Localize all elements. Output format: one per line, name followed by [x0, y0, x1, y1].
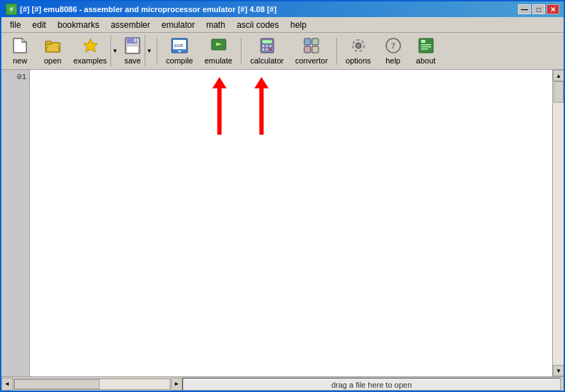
- save-icon: [124, 37, 141, 54]
- svg-rect-33: [421, 40, 425, 43]
- svg-rect-2: [46, 41, 51, 44]
- svg-rect-23: [269, 48, 271, 51]
- arrow-head: [212, 77, 227, 88]
- svg-rect-35: [421, 46, 431, 48]
- editor-area[interactable]: [30, 70, 552, 376]
- emulate-label: emulate: [204, 56, 232, 65]
- svg-rect-17: [262, 40, 272, 43]
- toolbar: new open examples: [1, 33, 564, 70]
- svg-rect-18: [262, 45, 264, 47]
- options-icon: [350, 37, 367, 54]
- scroll-up-button[interactable]: ▲: [553, 70, 564, 81]
- save-dropdown-arrow[interactable]: ▼: [145, 35, 153, 67]
- h-scrollbar-thumb[interactable]: [14, 379, 100, 389]
- menu-assembler[interactable]: assembler: [105, 19, 155, 31]
- menu-math[interactable]: math: [200, 19, 231, 31]
- app-icon: #: [6, 4, 17, 15]
- calculator-button[interactable]: calculator: [245, 35, 289, 68]
- svg-rect-26: [304, 46, 311, 53]
- help-button[interactable]: ? help: [378, 35, 409, 68]
- menu-edit[interactable]: edit: [26, 19, 51, 31]
- compile-button[interactable]: asm compile: [161, 35, 198, 68]
- menu-ascii-codes[interactable]: ascii codes: [231, 19, 284, 31]
- separator-1: [157, 38, 157, 65]
- svg-point-28: [356, 43, 361, 48]
- new-label: new: [13, 56, 27, 65]
- arrow-head-2: [254, 77, 269, 88]
- title-bar-left: # [#] [#] emu8086 - assembler and microp…: [6, 4, 276, 15]
- open-icon: [44, 37, 61, 54]
- options-button[interactable]: options: [341, 35, 375, 68]
- open-button[interactable]: open: [37, 35, 68, 68]
- convertor-icon: [303, 37, 320, 54]
- svg-text:asm: asm: [174, 43, 183, 48]
- convertor-button[interactable]: convertor: [290, 35, 333, 68]
- separator-2: [241, 38, 242, 65]
- close-button[interactable]: ✕: [546, 4, 559, 14]
- content-area: 01 ▲ ▼: [1, 70, 564, 376]
- minimize-button[interactable]: —: [518, 4, 531, 14]
- status-bar: ◄ ► drag a file here to open: [1, 376, 564, 391]
- examples-label: examples: [73, 56, 107, 65]
- menu-bar: file edit bookmarks assembler emulator m…: [1, 17, 564, 33]
- examples-button[interactable]: examples: [70, 35, 110, 67]
- arrow-shaft-2: [259, 88, 264, 135]
- new-button[interactable]: new: [4, 35, 36, 68]
- help-icon: ?: [385, 37, 402, 54]
- about-icon: [418, 37, 435, 54]
- right-scrollbar: ▲ ▼: [552, 70, 564, 376]
- save-button[interactable]: save: [120, 35, 145, 67]
- svg-rect-21: [262, 48, 264, 51]
- calculator-label: calculator: [250, 56, 284, 65]
- svg-rect-24: [304, 38, 311, 45]
- main-window: # [#] [#] emu8086 - assembler and microp…: [0, 0, 565, 392]
- scroll-right-button[interactable]: ►: [171, 378, 182, 391]
- svg-rect-22: [266, 48, 268, 51]
- svg-text:?: ?: [391, 41, 395, 51]
- open-label: open: [44, 56, 61, 65]
- save-button-group: save ▼: [120, 35, 153, 67]
- window-title: [#] [#] emu8086 - assembler and micropro…: [20, 5, 276, 14]
- svg-rect-8: [127, 46, 138, 53]
- emulate-arrow-indicator: [254, 77, 269, 135]
- scroll-down-button[interactable]: ▼: [553, 365, 564, 376]
- examples-button-group: examples ▼: [70, 35, 119, 67]
- emulate-button[interactable]: emulate: [199, 35, 237, 68]
- emulate-icon: [210, 37, 227, 54]
- maximize-button[interactable]: □: [532, 4, 545, 14]
- compile-icon: asm: [171, 37, 188, 54]
- h-scrollbar-track[interactable]: [14, 378, 170, 390]
- help-label: help: [385, 56, 400, 65]
- svg-rect-25: [312, 38, 318, 45]
- examples-icon: [82, 37, 99, 54]
- save-label: save: [124, 56, 140, 65]
- line-number: 01: [3, 73, 26, 81]
- about-button[interactable]: about: [410, 35, 442, 68]
- menu-file[interactable]: file: [4, 19, 26, 31]
- scroll-left-button[interactable]: ◄: [1, 378, 13, 391]
- svg-rect-19: [266, 45, 268, 47]
- compile-arrow-indicator: [212, 77, 227, 135]
- arrow-shaft: [217, 88, 222, 135]
- svg-rect-36: [421, 48, 428, 50]
- examples-dropdown-arrow[interactable]: ▼: [110, 35, 119, 67]
- status-text: drag a file here to open: [182, 378, 561, 391]
- title-bar: # [#] [#] emu8086 - assembler and microp…: [1, 1, 564, 17]
- compile-label: compile: [166, 56, 193, 65]
- svg-rect-34: [421, 44, 431, 46]
- svg-rect-20: [269, 45, 271, 47]
- menu-help[interactable]: help: [285, 19, 313, 31]
- line-numbers: 01: [1, 70, 30, 376]
- svg-rect-9: [134, 38, 136, 42]
- calculator-icon: [259, 37, 276, 54]
- about-label: about: [416, 56, 436, 65]
- menu-emulator[interactable]: emulator: [156, 19, 201, 31]
- separator-3: [336, 38, 337, 65]
- scrollbar-thumb[interactable]: [554, 81, 564, 103]
- svg-marker-5: [83, 38, 98, 52]
- options-label: options: [346, 56, 370, 65]
- scrollbar-track[interactable]: [553, 81, 564, 365]
- menu-bookmarks[interactable]: bookmarks: [52, 19, 105, 31]
- new-icon: [11, 37, 28, 54]
- svg-rect-27: [312, 46, 318, 53]
